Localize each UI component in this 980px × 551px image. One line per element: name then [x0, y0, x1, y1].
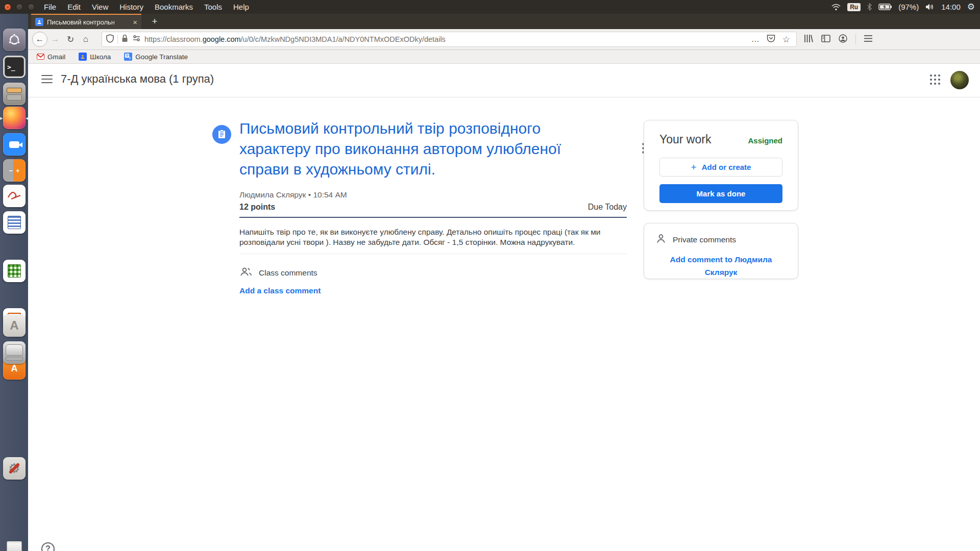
terminal-prompt-glyph: >_	[7, 63, 15, 71]
page-actions-icon[interactable]: …	[751, 35, 760, 44]
classroom-favicon	[35, 18, 43, 26]
menu-history[interactable]: History	[119, 3, 143, 11]
assignment-status-badge: Assigned	[748, 136, 782, 145]
calculator-signs-glyph: −+	[9, 167, 22, 174]
url-text[interactable]: https://classroom.google.com/u/0/c/MzkwN…	[144, 35, 751, 43]
active-tab[interactable]: Письмовий контрольн ×	[31, 14, 141, 29]
assignment-due: Due Today	[525, 203, 627, 212]
dock-firefox-icon[interactable]	[3, 107, 26, 129]
firefox-window: Письмовий контрольн × + ← → ↻ ⌂ https://…	[28, 14, 980, 551]
wifi-icon[interactable]	[831, 4, 841, 11]
back-button[interactable]: ←	[32, 32, 47, 47]
add-or-create-button[interactable]: + Add or create	[659, 158, 782, 177]
assignment-icon	[212, 125, 231, 144]
urlbar-actions: … ☆	[751, 34, 792, 45]
window-controls: ×	[4, 4, 35, 11]
sidebar-toggle-icon[interactable]	[821, 35, 830, 44]
menu-edit[interactable]: Edit	[67, 3, 81, 11]
classroom-page: 7-Д українська мова (1 група) Письмовий …	[28, 64, 980, 551]
window-minimize-button[interactable]	[16, 4, 23, 11]
classroom-menu-icon[interactable]	[41, 75, 53, 83]
dock-file-cabinet-icon[interactable]	[3, 83, 26, 105]
dock-disks-icon[interactable]	[3, 341, 26, 364]
add-private-comment-link[interactable]: Add comment to Людмила Склярук	[661, 253, 781, 279]
private-comments-icon	[656, 234, 666, 246]
course-title: 7-Д українська мова (1 група)	[61, 72, 214, 86]
url-prefix: https://classroom.	[144, 35, 203, 43]
svg-text:G: G	[126, 54, 129, 57]
private-comments-card: Private comments Add comment to Людмила …	[644, 223, 798, 279]
url-domain: google.com	[203, 35, 241, 43]
class-comments-row: Class comments	[239, 267, 317, 279]
google-translate-icon: G	[124, 53, 132, 61]
class-comments-label: Class comments	[259, 268, 317, 278]
menu-file[interactable]: File	[44, 3, 56, 11]
clock[interactable]: 14:00	[941, 3, 961, 11]
plus-icon: +	[691, 162, 697, 173]
dock-active-arrow-left: ▸	[0, 115, 3, 121]
power-gear-icon[interactable]: ⚙	[967, 2, 975, 12]
desktop-screen: × File Edit View History Bookmarks Tools…	[0, 0, 980, 551]
mark-as-done-button[interactable]: Mark as done	[659, 184, 782, 203]
dock-system-settings-icon[interactable]: ⚙	[3, 457, 26, 480]
lock-icon[interactable]	[121, 34, 128, 44]
launcher-dock: >_ ▸ ◂ −+ A A ⚙	[0, 14, 28, 551]
bookmark-label: Gmail	[47, 53, 65, 61]
assignment-divider	[239, 217, 627, 218]
dock-document-viewer-icon[interactable]	[3, 185, 26, 207]
help-button[interactable]: ?	[41, 542, 55, 551]
class-comments-icon	[239, 267, 253, 279]
account-icon[interactable]	[839, 34, 847, 45]
bookmark-label: Google Translate	[135, 53, 188, 61]
private-comments-label: Private comments	[673, 235, 736, 244]
forward-button[interactable]: →	[47, 34, 63, 44]
tab-close-icon[interactable]: ×	[133, 18, 137, 27]
new-tab-button[interactable]: +	[149, 16, 161, 28]
permissions-icon[interactable]	[133, 35, 140, 44]
dock-active-arrow-right: ◂	[26, 115, 29, 121]
pocket-icon[interactable]	[767, 34, 775, 44]
dock-anydesk-icon[interactable]: A	[3, 314, 26, 337]
shkola-icon	[79, 53, 87, 61]
add-class-comment-link[interactable]: Add a class comment	[239, 286, 321, 295]
bookmarks-toolbar: Gmail Школа G Google Translate	[28, 50, 980, 64]
description-divider	[239, 254, 627, 254]
dock-zoom-icon[interactable]	[3, 133, 26, 156]
url-bar[interactable]: https://classroom.google.com/u/0/c/MzkwN…	[102, 32, 797, 47]
menu-bookmarks[interactable]: Bookmarks	[155, 3, 193, 11]
google-apps-grid-icon[interactable]	[929, 74, 941, 87]
dock-libreoffice-writer-icon[interactable]	[3, 211, 26, 234]
tracking-protection-shield-icon[interactable]	[106, 34, 114, 45]
dock-trash-icon[interactable]	[3, 539, 26, 551]
bluetooth-icon[interactable]	[867, 3, 872, 11]
bookmark-shkola[interactable]: Школа	[79, 53, 111, 61]
bookmark-google-translate[interactable]: G Google Translate	[124, 53, 188, 61]
library-icon[interactable]	[804, 34, 813, 45]
dock-terminal-icon[interactable]: >_	[3, 56, 26, 78]
toolbar-divider	[855, 34, 856, 44]
volume-icon[interactable]	[925, 3, 935, 11]
dock-ubuntu-icon[interactable]	[3, 29, 26, 51]
bookmark-star-icon[interactable]: ☆	[782, 34, 790, 45]
window-close-button[interactable]: ×	[4, 4, 11, 11]
keyboard-layout-indicator[interactable]: Ru	[847, 3, 861, 11]
navigation-toolbar: ← → ↻ ⌂ https://classroom.google.com/u/0…	[28, 29, 980, 50]
menu-hamburger-icon[interactable]	[864, 35, 872, 44]
reload-button[interactable]: ↻	[63, 34, 78, 45]
menu-view[interactable]: View	[92, 3, 108, 11]
bookmark-gmail[interactable]: Gmail	[36, 53, 65, 61]
dock-libreoffice-calc-icon[interactable]	[3, 260, 26, 282]
system-tray: Ru (97%) 14:00 ⚙	[831, 2, 975, 12]
assignment-title: Письмовий контрольний твір розповідного …	[239, 118, 597, 180]
menu-tools[interactable]: Tools	[204, 3, 222, 11]
toolbar-right-icons	[804, 34, 872, 45]
anydesk-a-glyph: A	[10, 318, 18, 333]
system-top-bar: × File Edit View History Bookmarks Tools…	[0, 0, 980, 14]
user-avatar[interactable]	[950, 71, 969, 89]
bookmark-label: Школа	[90, 53, 111, 61]
window-maximize-button[interactable]	[28, 4, 35, 11]
home-button[interactable]: ⌂	[78, 34, 93, 44]
menu-help[interactable]: Help	[233, 3, 249, 11]
dock-calculator-icon[interactable]: −+	[3, 159, 26, 182]
battery-icon[interactable]	[878, 4, 892, 10]
